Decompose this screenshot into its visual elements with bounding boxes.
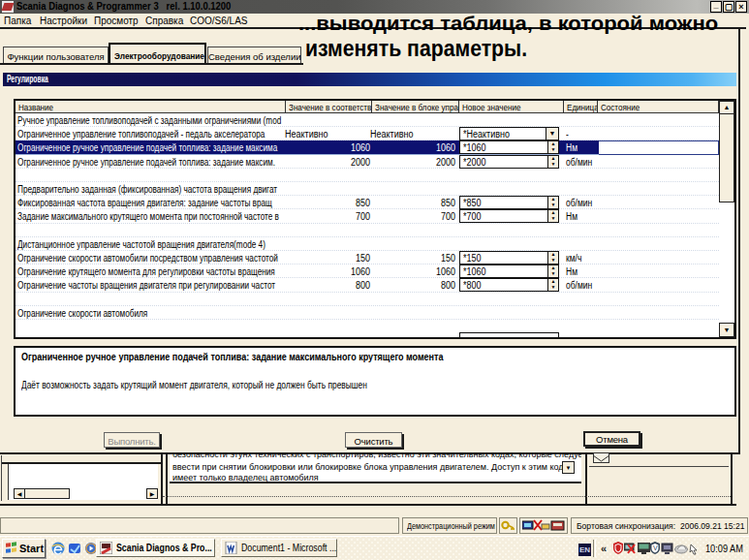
svg-text:V: V [653,544,658,551]
